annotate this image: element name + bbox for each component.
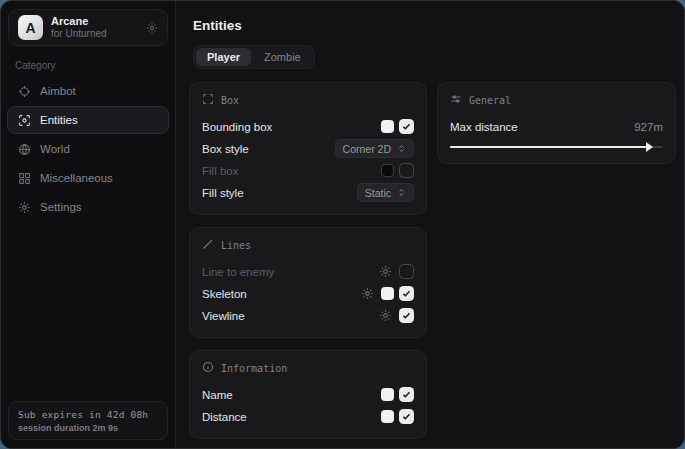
- fill-box-checkbox[interactable]: [399, 163, 414, 178]
- setting-label: Name: [202, 389, 233, 401]
- gear-icon[interactable]: [146, 22, 158, 34]
- main-content: Entities Player Zombie Box Bounding box: [176, 1, 685, 448]
- dropdown-value: Static: [365, 187, 391, 199]
- scan-icon: [18, 114, 31, 127]
- page-title: Entities: [193, 18, 676, 33]
- section-title: Box: [221, 95, 239, 106]
- tab-zombie[interactable]: Zombie: [253, 48, 312, 66]
- distance-checkbox[interactable]: [399, 409, 414, 424]
- setting-row-fill-style: Fill style Static: [202, 182, 414, 203]
- grid-icon: [18, 172, 31, 185]
- setting-row-viewline: Viewline: [202, 305, 414, 326]
- chevrons-up-down-icon: [397, 187, 406, 199]
- setting-row-fill-box: Fill box: [202, 160, 414, 181]
- sidebar-item-world[interactable]: World: [7, 135, 169, 163]
- sidebar-item-settings[interactable]: Settings: [7, 193, 169, 221]
- sliders-icon: [450, 93, 462, 107]
- box-card: Box Bounding box Box style: [189, 82, 427, 215]
- category-label: Category: [15, 60, 175, 71]
- brand-subtitle: for Unturned: [51, 28, 138, 40]
- setting-row-line-to-enemy: Line to enemy: [202, 261, 414, 282]
- sidebar-item-label: Settings: [40, 201, 82, 213]
- setting-label: Viewline: [202, 310, 245, 322]
- setting-label: Skeleton: [202, 288, 247, 300]
- brand-name: Arcane: [51, 15, 138, 28]
- setting-row-box-style: Box style Corner 2D: [202, 138, 414, 159]
- setting-label: Line to enemy: [202, 266, 274, 278]
- sidebar-item-aimbot[interactable]: Aimbot: [7, 77, 169, 105]
- sidebar-item-label: Entities: [40, 114, 78, 126]
- sidebar-item-miscellaneous[interactable]: Miscellaneous: [7, 164, 169, 192]
- name-checkbox[interactable]: [399, 387, 414, 402]
- gear-icon[interactable]: [379, 265, 392, 278]
- setting-row-skeleton: Skeleton: [202, 283, 414, 304]
- setting-row-distance: Distance: [202, 406, 414, 427]
- setting-row-max-distance: Max distance 927m: [450, 116, 663, 137]
- sub-expiry-text: Sub expires in 42d 08h: [18, 409, 158, 420]
- brand-card: A Arcane for Unturned: [8, 9, 168, 46]
- setting-label: Distance: [202, 411, 247, 423]
- max-distance-value: 927m: [634, 121, 663, 133]
- gear-icon: [18, 201, 31, 214]
- slider-fill: [450, 146, 646, 148]
- sidebar-item-label: Miscellaneous: [40, 172, 113, 184]
- sidebar-nav: Aimbot Entities World Miscellaneous: [1, 77, 175, 221]
- color-swatch[interactable]: [381, 120, 394, 133]
- crosshair-icon: [18, 85, 31, 98]
- setting-label: Max distance: [450, 121, 518, 133]
- color-swatch[interactable]: [381, 164, 394, 177]
- gear-icon[interactable]: [379, 309, 392, 322]
- fill-style-dropdown[interactable]: Static: [357, 183, 414, 202]
- slider-thumb[interactable]: [646, 142, 653, 152]
- setting-label: Fill box: [202, 165, 238, 177]
- color-swatch[interactable]: [381, 287, 394, 300]
- viewline-checkbox[interactable]: [399, 308, 414, 323]
- box-icon: [202, 93, 214, 107]
- sidebar-item-label: World: [40, 143, 70, 155]
- entity-tabs: Player Zombie: [193, 45, 315, 69]
- color-swatch[interactable]: [381, 410, 394, 423]
- setting-row-bounding-box: Bounding box: [202, 116, 414, 137]
- pencil-icon: [202, 238, 214, 252]
- sidebar-item-entities[interactable]: Entities: [7, 106, 169, 134]
- information-card: Information Name Distance: [189, 350, 427, 439]
- subscription-card: Sub expires in 42d 08h session duration …: [8, 401, 168, 440]
- session-duration-text: session duration 2m 9s: [18, 423, 158, 433]
- general-card: General Max distance 927m: [437, 82, 676, 164]
- bounding-box-checkbox[interactable]: [399, 119, 414, 134]
- setting-label: Box style: [202, 143, 249, 155]
- info-icon: [202, 361, 214, 375]
- tab-player[interactable]: Player: [196, 48, 251, 66]
- gear-icon[interactable]: [361, 287, 374, 300]
- section-title: Information: [221, 363, 287, 374]
- lines-card: Lines Line to enemy Skeleton: [189, 227, 427, 338]
- max-distance-slider[interactable]: [450, 142, 663, 152]
- skeleton-checkbox[interactable]: [399, 286, 414, 301]
- line-to-enemy-checkbox[interactable]: [399, 264, 414, 279]
- setting-label: Bounding box: [202, 121, 272, 133]
- chevrons-up-down-icon: [397, 143, 406, 155]
- app-window: A Arcane for Unturned Category Aimbot: [0, 0, 685, 449]
- section-title: General: [469, 95, 511, 106]
- box-style-dropdown[interactable]: Corner 2D: [335, 139, 414, 158]
- section-title: Lines: [221, 240, 251, 251]
- color-swatch[interactable]: [381, 388, 394, 401]
- sidebar: A Arcane for Unturned Category Aimbot: [1, 1, 176, 448]
- dropdown-value: Corner 2D: [343, 143, 391, 155]
- globe-icon: [18, 143, 31, 156]
- setting-label: Fill style: [202, 187, 244, 199]
- setting-row-name: Name: [202, 384, 414, 405]
- brand-logo: A: [18, 15, 43, 40]
- sidebar-item-label: Aimbot: [40, 85, 76, 97]
